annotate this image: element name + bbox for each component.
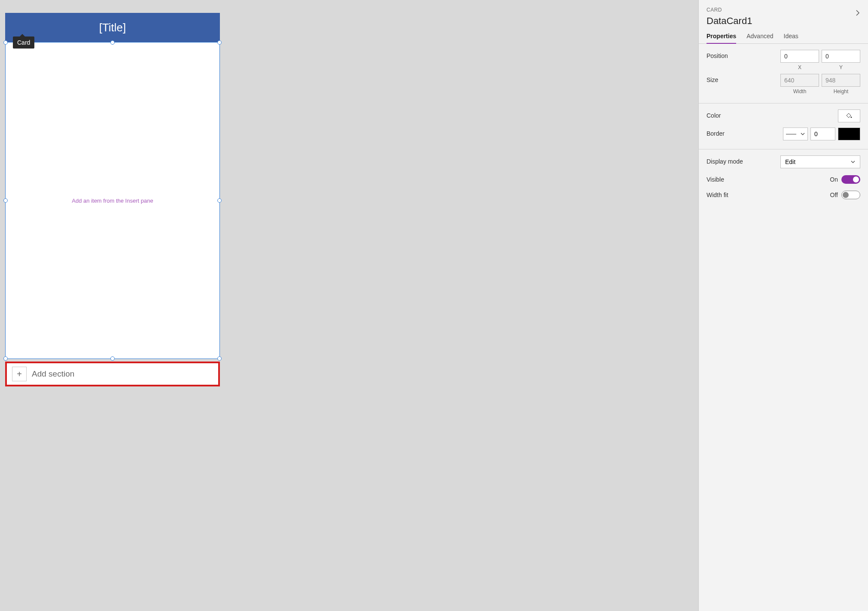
- tab-properties[interactable]: Properties: [707, 33, 736, 44]
- position-x-input[interactable]: [780, 50, 819, 63]
- color-picker-button[interactable]: [838, 109, 860, 122]
- svg-point-0: [851, 117, 852, 118]
- add-section-button[interactable]: + Add section: [5, 362, 220, 386]
- body-placeholder-text: Add an item from the Insert pane: [72, 198, 153, 204]
- border-color-swatch[interactable]: [838, 128, 860, 140]
- canvas-area[interactable]: [Title] Card Add an item from the Insert…: [0, 0, 698, 611]
- resize-handle-top-left[interactable]: [3, 40, 8, 45]
- resize-handle-bottom-middle[interactable]: [110, 356, 115, 361]
- card[interactable]: [Title]: [5, 13, 220, 42]
- size-height-input[interactable]: [822, 74, 860, 87]
- chevron-right-icon: [854, 9, 861, 16]
- resize-handle-top-right[interactable]: [217, 40, 222, 45]
- panel-object-name: DataCard1: [707, 15, 860, 27]
- border-label: Border: [707, 128, 783, 137]
- position-y-sublabel: Y: [822, 64, 860, 70]
- chevron-down-icon: [850, 159, 856, 164]
- size-width-sublabel: Width: [780, 88, 819, 94]
- resize-handle-middle-left[interactable]: [3, 198, 8, 203]
- plus-icon: +: [12, 367, 27, 381]
- tab-advanced[interactable]: Advanced: [746, 33, 773, 43]
- position-x-sublabel: X: [780, 64, 819, 70]
- display-mode-select[interactable]: Edit: [780, 155, 860, 168]
- resize-handle-top-middle[interactable]: [110, 40, 115, 45]
- display-mode-label: Display mode: [707, 155, 780, 165]
- panel-tabs: Properties Advanced Ideas: [699, 27, 868, 44]
- selection-tooltip: Card: [13, 36, 34, 49]
- border-width-input[interactable]: [810, 128, 835, 140]
- visible-label: Visible: [707, 176, 830, 183]
- resize-handle-middle-right[interactable]: [217, 198, 222, 203]
- selection-tooltip-label: Card: [17, 39, 30, 46]
- card-container: [Title] Card Add an item from the Insert…: [5, 13, 224, 386]
- size-width-input[interactable]: [780, 74, 819, 87]
- color-label: Color: [707, 109, 838, 119]
- position-y-input[interactable]: [822, 50, 860, 63]
- add-section-label: Add section: [32, 369, 74, 379]
- panel-collapse-button[interactable]: [854, 9, 861, 18]
- width-fit-label: Width fit: [707, 192, 830, 198]
- resize-handle-bottom-right[interactable]: [217, 356, 222, 361]
- resize-handle-bottom-left[interactable]: [3, 356, 8, 361]
- fill-icon: [846, 112, 853, 119]
- position-label: Position: [707, 50, 780, 59]
- border-style-dropdown[interactable]: [783, 128, 808, 140]
- display-mode-value: Edit: [785, 158, 795, 165]
- size-height-sublabel: Height: [822, 88, 860, 94]
- visible-state-text: On: [830, 176, 838, 183]
- card-header[interactable]: [Title]: [5, 13, 220, 42]
- tab-ideas[interactable]: Ideas: [784, 33, 798, 43]
- width-fit-toggle[interactable]: [841, 191, 860, 199]
- datacard-body[interactable]: Add an item from the Insert pane: [5, 42, 220, 359]
- card-title: [Title]: [99, 21, 126, 34]
- properties-panel: CARD DataCard1 Properties Advanced Ideas…: [698, 0, 868, 611]
- border-style-line-icon: [786, 134, 796, 134]
- chevron-down-icon: [801, 132, 805, 136]
- visible-toggle[interactable]: [841, 175, 860, 184]
- panel-type-label: CARD: [707, 7, 860, 13]
- size-label: Size: [707, 74, 780, 83]
- width-fit-state-text: Off: [830, 192, 838, 198]
